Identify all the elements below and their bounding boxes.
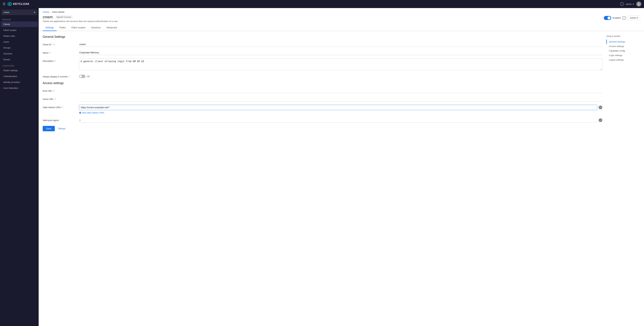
add-icon: ⊕: [79, 111, 81, 114]
page-header: cmem OpenID Connect Clients are applicat…: [39, 13, 644, 22]
sidebar-item-sessions[interactable]: Sessions: [1, 51, 38, 56]
sidebar-item-client-scopes-label: Client scopes: [3, 29, 16, 31]
tab-settings[interactable]: Settings: [43, 25, 57, 31]
root-url-row: Root URL ⓘ: [43, 88, 602, 93]
description-control: A general client allowing login from DM …: [79, 58, 602, 71]
sidebar-item-groups[interactable]: Groups: [1, 45, 38, 50]
main-content: Clients › Client details cmem OpenID Con…: [39, 8, 644, 326]
valid-redirect-uris-control: − ⊕ Add valid redirect URIs: [79, 105, 602, 114]
home-url-control: [79, 96, 602, 101]
page-title-area: cmem OpenID Connect Clients are applicat…: [43, 15, 118, 22]
svg-point-4: [638, 4, 640, 5]
jump-nav-item-access-settings[interactable]: Access settings: [606, 44, 640, 48]
always-display-help-icon[interactable]: ⓘ: [68, 75, 70, 78]
description-help-icon[interactable]: ⓘ: [54, 60, 56, 62]
name-control: [79, 50, 602, 55]
valid-redirect-uri-input[interactable]: [79, 105, 597, 110]
remove-redirect-uri-button[interactable]: −: [598, 106, 602, 109]
always-display-row: Always display in console ⓘ Off: [43, 74, 602, 78]
home-url-row: Home URL ⓘ: [43, 96, 602, 101]
svg-point-2: [9, 3, 10, 5]
jump-nav-item-logout-settings[interactable]: Logout settings: [606, 57, 640, 62]
tab-advanced[interactable]: Advanced: [104, 25, 120, 31]
redirect-uri-item: −: [79, 105, 602, 110]
hamburger-menu-icon[interactable]: ☰: [3, 2, 6, 6]
sidebar-item-identity-providers[interactable]: Identity providers: [1, 79, 38, 85]
required-marker: *: [52, 43, 52, 46]
topnav: ☰ KEYCLOAK ? admin ▾: [0, 0, 644, 8]
breadcrumb-clients-link[interactable]: Clients: [43, 11, 50, 13]
valid-redirect-uris-label: Valid redirect URIs ⓘ: [43, 105, 76, 109]
tab-sessions[interactable]: Sessions: [88, 25, 103, 31]
root-url-input[interactable]: [79, 88, 602, 93]
jump-nav-item-general-settings[interactable]: General Settings: [606, 39, 640, 44]
jump-nav-title: Jump to section: [606, 35, 640, 37]
home-url-help-icon[interactable]: ⓘ: [54, 98, 56, 100]
sidebar-item-realm-settings-label: Realm settings: [3, 69, 18, 72]
breadcrumb: Clients › Client details: [39, 8, 644, 13]
always-display-off-text: Off: [87, 75, 90, 78]
client-id-input[interactable]: [79, 42, 602, 47]
action-button[interactable]: Action ▾: [628, 15, 640, 20]
breadcrumb-separator: ›: [50, 11, 51, 13]
keycloak-logo-icon: [8, 2, 12, 6]
sidebar-item-realm-roles[interactable]: Realm roles: [1, 33, 38, 39]
sidebar-item-clients[interactable]: Clients: [1, 21, 38, 27]
sidebar-item-users-label: Users: [3, 41, 9, 43]
configure-section-label: Configure: [0, 62, 39, 67]
add-redirect-uri-link[interactable]: ⊕ Add valid redirect URIs: [79, 111, 602, 114]
name-input[interactable]: [79, 50, 602, 55]
valid-post-logout-input[interactable]: [79, 118, 597, 123]
realm-name: cmem: [4, 11, 10, 13]
description-label: Description ⓘ: [43, 58, 76, 62]
jump-nav-item-login-settings[interactable]: Login settings: [606, 53, 640, 57]
name-label: Name ⓘ: [43, 50, 76, 54]
jump-nav-item-capability-config[interactable]: Capability config: [606, 48, 640, 53]
sidebar-item-user-federation[interactable]: User federation: [1, 85, 38, 91]
client-id-help-icon[interactable]: ⓘ: [53, 43, 55, 46]
sidebar-item-events[interactable]: Events: [1, 57, 38, 62]
sidebar-item-authentication[interactable]: Authentication: [1, 73, 38, 79]
sidebar-item-users[interactable]: Users: [1, 39, 38, 45]
tab-client-scopes[interactable]: Client scopes: [68, 25, 88, 31]
tabs: Settings Roles Client scopes Sessions Ad…: [39, 22, 644, 31]
enabled-help-icon[interactable]: ?: [622, 16, 626, 20]
tab-roles[interactable]: Roles: [57, 25, 68, 31]
logo-text: KEYCLOAK: [13, 2, 30, 5]
access-settings-section-title: Access settings: [43, 81, 602, 85]
root-url-help-icon[interactable]: ⓘ: [53, 90, 55, 92]
save-button[interactable]: Save: [43, 126, 55, 131]
revert-button-label: Revert: [58, 127, 65, 130]
page-header-actions: Enabled ? Action ▾: [604, 15, 640, 20]
client-type-badge: OpenID Connect: [54, 15, 73, 19]
always-display-toggle[interactable]: [79, 75, 85, 78]
enabled-toggle[interactable]: [604, 16, 611, 20]
user-caret-icon: ▾: [633, 3, 634, 5]
page-subtitle: Clients are applications and services th…: [43, 20, 118, 22]
form-layout: General Settings Client ID * ⓘ Name: [39, 31, 644, 326]
user-menu[interactable]: admin ▾: [626, 3, 634, 5]
avatar[interactable]: [636, 1, 641, 6]
sidebar: cmem ▾ Manage Clients Client scopes Real…: [0, 8, 39, 326]
name-help-icon[interactable]: ⓘ: [49, 51, 51, 54]
valid-redirect-help-icon[interactable]: ⓘ: [61, 106, 63, 109]
home-url-input[interactable]: [79, 96, 602, 101]
client-id-row: Client ID * ⓘ: [43, 42, 602, 47]
valid-post-logout-control: −: [79, 118, 602, 123]
client-id-control: [79, 42, 602, 47]
logo: KEYCLOAK: [8, 2, 30, 6]
sidebar-item-user-federation-label: User federation: [3, 87, 18, 89]
jump-nav: Jump to section General Settings Access …: [606, 35, 640, 322]
realm-selector[interactable]: cmem ▾: [2, 10, 37, 15]
avatar-icon: [637, 2, 640, 5]
sidebar-item-realm-settings[interactable]: Realm settings: [1, 68, 38, 73]
revert-button[interactable]: Revert: [57, 126, 67, 131]
sidebar-item-groups-label: Groups: [3, 46, 10, 49]
always-display-label: Always display in console ⓘ: [43, 74, 76, 78]
sidebar-item-client-scopes[interactable]: Client scopes: [1, 27, 38, 33]
post-logout-item: −: [79, 118, 602, 123]
remove-post-logout-button[interactable]: −: [598, 118, 602, 122]
description-textarea[interactable]: A general client allowing login from DM …: [79, 58, 602, 70]
help-button[interactable]: ?: [620, 2, 624, 6]
enabled-toggle-container: Enabled: [604, 16, 621, 20]
